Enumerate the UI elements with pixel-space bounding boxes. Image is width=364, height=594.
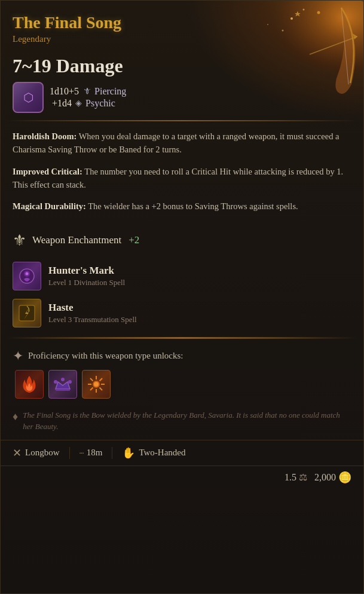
gold-value: 2,000	[314, 472, 336, 483]
hunters-mark-name: Hunter's Mark	[48, 265, 125, 277]
property-text-3: The wielder has a +2 bonus to Saving Thr…	[88, 201, 298, 211]
property-improved-critical: Improved Critical: The number you need t…	[13, 165, 351, 192]
gold-icon: 🪙	[338, 471, 351, 484]
proficiency-header: ✦ Proficiency with this weapon type unlo…	[13, 348, 351, 364]
range-icon: · · ·	[79, 448, 83, 458]
flavor-quote: The Final Song is the Bow wielded by the…	[23, 409, 351, 433]
proficiency-icon-crown	[48, 370, 77, 399]
item-card: The Final Song Legendary 7~19 Damage ⬡ 1…	[0, 0, 364, 594]
spell-item-hunters-mark[interactable]: Hunter's Mark Level 1 Divination Spell	[13, 259, 351, 293]
weight-value: 1.5	[285, 472, 296, 483]
gold-item: 2,000 🪙	[314, 471, 351, 484]
divider-2	[7, 337, 357, 339]
proficiency-section: ✦ Proficiency with this weapon type unlo…	[1, 341, 363, 403]
baned-link[interactable]: Baned	[119, 145, 141, 154]
weight-icon: ⚖	[299, 471, 307, 483]
svg-line-26	[90, 387, 93, 390]
item-header: The Final Song Legendary	[1, 1, 363, 50]
psychic-icon: ◈	[75, 98, 82, 108]
damage-types: 1d10+5 🗡 Piercing +1d4 ◈ Psychic	[50, 86, 126, 109]
stats-row: ✕ Longbow · · · 18m ✋ Two-Handed	[1, 440, 363, 466]
svg-line-24	[100, 387, 103, 390]
stat-hand: ✋ Two-Handed	[122, 446, 185, 460]
weapon-type-label: Longbow	[25, 448, 60, 458]
stat-weapon-type: ✕ Longbow	[13, 446, 60, 460]
crosshair-icon: ✕	[13, 446, 22, 460]
hunters-mark-subtext: Level 1 Divination Spell	[48, 278, 125, 287]
spell-list: Hunter's Mark Level 1 Divination Spell H…	[1, 257, 363, 335]
weight-item: 1.5 ⚖	[285, 471, 307, 483]
svg-rect-17	[56, 389, 70, 391]
svg-point-16	[68, 380, 72, 384]
svg-line-23	[90, 378, 93, 381]
svg-point-27	[94, 382, 99, 387]
damage-type-1: Piercing	[94, 86, 126, 97]
stat-range: · · · 18m	[79, 448, 103, 458]
property-haroldish: Haroldish Doom: When you deal damage to …	[13, 130, 351, 157]
flavor-text-section: ♦ The Final Song is the Bow wielded by t…	[1, 403, 363, 437]
property-magical-durability: Magical Durability: The wielder has a +2…	[13, 200, 351, 213]
hunters-mark-info: Hunter's Mark Level 1 Divination Spell	[48, 265, 125, 287]
svg-point-14	[54, 380, 57, 384]
damage-type-2: Psychic	[85, 98, 115, 109]
proficiency-icons-row	[15, 370, 351, 399]
stats-divider-1	[69, 447, 70, 459]
damage-line-1: 1d10+5 🗡 Piercing	[50, 86, 126, 97]
enchantment-bonus: +2	[129, 234, 139, 246]
haste-info: Haste Level 3 Transmutation Spell	[48, 302, 137, 324]
svg-marker-13	[56, 382, 70, 389]
item-title: The Final Song	[13, 13, 351, 33]
property-name-1: Haroldish Doom:	[13, 131, 77, 141]
item-rarity: Legendary	[13, 34, 351, 44]
haste-icon	[13, 299, 41, 327]
dice-icon: ⬡	[13, 82, 44, 113]
hand-icon: ✋	[122, 446, 135, 460]
property-name-3: Magical Durability:	[13, 201, 86, 211]
range-label: 18m	[87, 448, 103, 458]
damage-dice-2: +1d4	[52, 98, 72, 109]
enchantment-row: ⚜ Weapon Enchantment +2	[1, 228, 363, 253]
piercing-icon: 🗡	[82, 87, 91, 96]
haste-subtext: Level 3 Transmutation Spell	[48, 315, 137, 324]
svg-point-11	[26, 272, 29, 275]
enchantment-label: Weapon Enchantment	[32, 234, 121, 246]
haste-name: Haste	[48, 302, 137, 314]
saving-throw-link[interactable]: Saving Throw	[48, 145, 97, 154]
stats-divider-2	[112, 447, 112, 459]
proficiency-label: Proficiency with this weapon type unlock…	[28, 351, 183, 361]
property-name-2: Improved Critical:	[13, 167, 82, 176]
damage-dice-1: 1d10+5	[50, 86, 79, 97]
damage-line-2: +1d4 ◈ Psychic	[50, 98, 126, 109]
roll-link[interactable]: roll	[172, 167, 183, 176]
spell-item-haste[interactable]: Haste Level 3 Transmutation Spell	[13, 296, 351, 330]
flavor-icon: ♦	[13, 411, 18, 423]
properties-section: Haroldish Doom: When you deal damage to …	[1, 121, 363, 228]
enchantment-icon: ⚜	[13, 231, 26, 250]
svg-point-15	[61, 378, 65, 381]
hand-label: Two-Handed	[139, 448, 185, 458]
bottom-row: 1.5 ⚖ 2,000 🪙	[1, 466, 363, 491]
svg-line-25	[100, 378, 103, 381]
proficiency-icon-burst	[82, 370, 111, 399]
proficiency-icon: ✦	[13, 348, 23, 364]
hunters-mark-icon	[13, 262, 41, 290]
proficiency-icon-fire	[15, 370, 44, 399]
